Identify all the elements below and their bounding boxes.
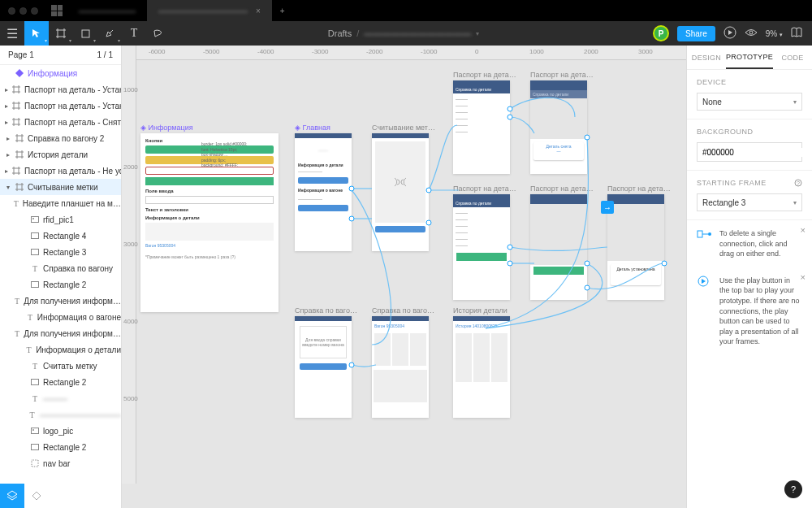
layer-row[interactable]: TНаведите планшет на м… <box>0 195 121 211</box>
text-icon: T <box>31 394 39 402</box>
frame-icon <box>15 150 24 158</box>
new-tab-button[interactable]: + <box>272 0 293 21</box>
frame-pass4[interactable]: Паспорт на дета… <box>530 194 587 300</box>
layer-row[interactable]: TИнформация о детали <box>0 341 121 358</box>
view-button[interactable] <box>745 28 758 40</box>
layer-row[interactable]: Информация <box>0 65 121 81</box>
frame-label: ◈ Информация <box>140 124 193 132</box>
layers-list[interactable]: Информация▸Паспорт на деталь - Устано…▸П… <box>0 65 121 508</box>
play-button[interactable] <box>723 26 736 41</box>
close-hint-icon[interactable]: × <box>801 272 806 282</box>
layer-row[interactable]: Rectangle 4 <box>0 228 121 244</box>
svg-rect-28 <box>698 231 702 237</box>
layer-row[interactable]: TИнформация о вагоне <box>0 309 121 325</box>
layer-row[interactable]: ▸Справка по вагону 2 <box>0 130 121 146</box>
layer-row[interactable]: Rectangle 2 <box>0 276 121 293</box>
home-grid-icon[interactable] <box>51 5 63 16</box>
frame-pass2[interactable]: Паспорт на дета… Справка по детали Детал… <box>530 80 587 174</box>
frame-ref2[interactable]: Справка по ваго… Вагон 95305004 <box>372 316 429 418</box>
comment-tool[interactable] <box>146 21 171 46</box>
text-tool[interactable]: T <box>122 21 146 46</box>
layer-row[interactable]: ▸Паспорт на деталь - Устано… <box>0 98 121 114</box>
zoom-dot[interactable] <box>31 7 38 15</box>
frame-pass5[interactable]: Паспорт на дета… Деталь установлена <box>607 194 664 300</box>
page-row[interactable]: Page 1 1 / 1 <box>0 46 121 65</box>
tab-design[interactable]: DESIGN <box>687 46 726 69</box>
docs-button[interactable] <box>791 27 802 41</box>
layer-row[interactable]: T—————————— <box>0 406 121 423</box>
shape-tool[interactable]: ▾ <box>73 21 97 46</box>
canvas-stage[interactable]: 10002000300040005000 -6000-5000-4000-300… <box>122 46 686 508</box>
starting-frame-select[interactable]: Rectangle 3▾ <box>697 193 802 211</box>
frame-pass1[interactable]: Паспорт на дета… Справка по детали —————… <box>453 80 510 174</box>
frame-main[interactable]: ◈ Главная —— Информация о детали —————— … <box>295 133 352 251</box>
svg-rect-0 <box>82 30 89 37</box>
frame-tool[interactable]: ▾ <box>49 21 73 46</box>
text-icon: T <box>31 362 39 370</box>
layer-row[interactable]: rfid_pic1 <box>0 211 121 228</box>
close-dot[interactable] <box>8 7 15 15</box>
svg-rect-8 <box>32 380 39 385</box>
svg-rect-9 <box>32 428 39 434</box>
assets-toggle[interactable] <box>24 484 49 508</box>
image-icon <box>31 427 39 435</box>
frame-label: Паспорт на дета… <box>530 185 594 193</box>
breadcrumb[interactable]: Drafts / ———————————— ▾ <box>328 28 484 38</box>
canvas-area[interactable]: ◈ Информация Кнопки Поле ввода Текст и з… <box>136 60 686 508</box>
frame-icon <box>15 183 24 191</box>
frame-ref1[interactable]: Справка по ваго… Для ввода справкивведит… <box>295 316 352 418</box>
layer-row[interactable]: ▸История детали <box>0 146 121 163</box>
layer-row[interactable]: TСчитать метку <box>0 358 121 374</box>
layer-row[interactable]: nav bar <box>0 455 121 471</box>
layer-row[interactable]: T——— <box>0 390 121 406</box>
layer-row[interactable]: ▾Считывание метки <box>0 179 121 195</box>
connection-icon <box>697 228 713 240</box>
close-tab-icon[interactable]: × <box>256 7 261 15</box>
layer-row[interactable]: ▸Паспорт на деталь - Снятие <box>0 114 121 130</box>
hamburger-menu[interactable]: ☰ <box>0 21 24 46</box>
frame-icon <box>12 102 20 110</box>
move-tool[interactable]: ▾ <box>24 21 49 46</box>
style-notes: border: 1px solid #00000;font: Helvetica… <box>201 141 247 168</box>
hex-input[interactable] <box>698 148 810 157</box>
layer-row[interactable]: TДля получения информ… <box>0 293 121 309</box>
layer-row[interactable]: TДля получения информ… <box>0 325 121 341</box>
play-icon <box>723 26 736 39</box>
layer-row[interactable]: ▸Паспорт на деталь - Устано… <box>0 81 121 98</box>
help-fab[interactable]: ? <box>784 480 802 498</box>
svg-rect-12 <box>32 460 38 467</box>
tab-prototype[interactable]: PROTOTYPE <box>726 46 773 69</box>
rectangle-icon <box>81 29 90 38</box>
proto-start-arrow[interactable]: → <box>601 201 614 214</box>
layer-row[interactable]: Rectangle 2 <box>0 374 121 390</box>
device-select[interactable]: None▾ <box>697 93 802 111</box>
close-hint-icon[interactable]: × <box>801 225 806 235</box>
component-icon <box>15 69 24 77</box>
diamond-icon <box>32 491 41 501</box>
svg-rect-3 <box>32 217 39 223</box>
layer-row[interactable]: TСправка по вагону <box>0 260 121 276</box>
info-icon[interactable]: ? <box>794 179 802 187</box>
tab-2[interactable]: ———————————× <box>147 0 272 21</box>
frame-label: Паспорт на дета… <box>530 71 594 79</box>
layer-row[interactable]: Rectangle 3 <box>0 244 121 260</box>
frame-hist[interactable]: История детали История 14010800825 <box>453 316 510 418</box>
layers-icon <box>6 490 18 501</box>
layer-row[interactable]: logo_pic <box>0 423 121 439</box>
background-input[interactable] <box>697 142 802 162</box>
minimize-dot[interactable] <box>19 7 27 15</box>
avatar[interactable]: P <box>653 25 669 41</box>
layer-row[interactable]: Rectangle 2 <box>0 439 121 455</box>
layer-row[interactable]: ▸Паспорт на деталь - Не уст… <box>0 163 121 179</box>
frame-scan[interactable]: Считывание мет… <box>372 133 429 251</box>
tab-code[interactable]: CODE <box>773 46 812 69</box>
share-button[interactable]: Share <box>677 26 715 41</box>
pen-icon <box>105 28 114 38</box>
components-toggle[interactable] <box>0 484 24 508</box>
titlebar: ——————— ———————————× + <box>0 0 812 21</box>
left-panel: Page 1 1 / 1 Информация▸Паспорт на детал… <box>0 46 122 508</box>
frame-pass3[interactable]: Паспорт на дета… Справка по детали —————… <box>453 194 510 300</box>
zoom-control[interactable]: 9% ▾ <box>766 29 783 38</box>
tab-1[interactable]: ——————— <box>67 0 147 21</box>
pen-tool[interactable]: ▾ <box>97 21 122 46</box>
